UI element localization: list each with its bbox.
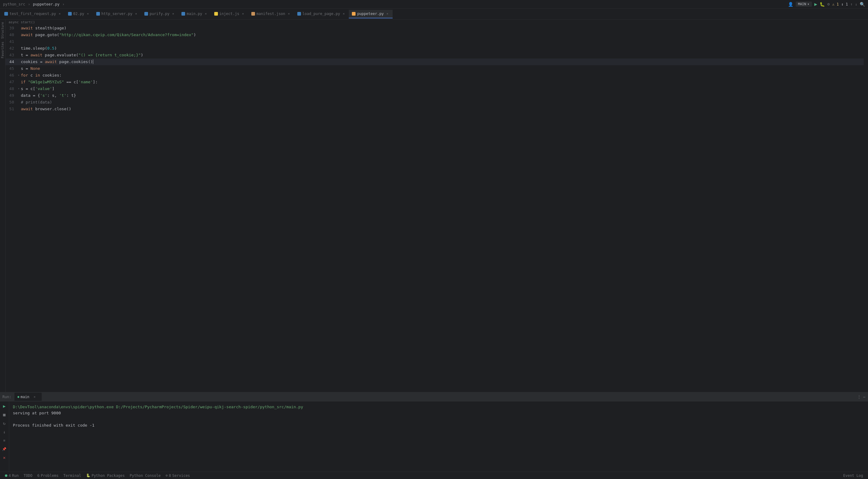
structure-label: Structure xyxy=(0,21,5,40)
line-41: 41 xyxy=(5,38,864,45)
breadcrumb-project[interactable]: python_src xyxy=(3,2,25,6)
run-tab-main[interactable]: ● main ✕ xyxy=(14,392,42,401)
tab-close-button[interactable]: ✕ xyxy=(204,12,208,16)
line-number: 43 xyxy=(5,52,17,59)
error-count[interactable]: ↕ 1 xyxy=(841,2,848,6)
editor-breadcrumb: async start() xyxy=(5,20,868,25)
run-icon: ● xyxy=(18,395,19,399)
code-text: t = await page.evaluate("() => {return t… xyxy=(21,52,864,59)
gutter-icon xyxy=(17,52,21,59)
gutter-icon xyxy=(17,45,21,52)
close-run-button[interactable]: ✕ xyxy=(0,453,8,461)
debug-icon[interactable]: 🐛 xyxy=(819,2,825,7)
python-file-icon xyxy=(352,12,355,15)
gutter-icon xyxy=(17,99,21,106)
tab-purify[interactable]: purify.py ✕ xyxy=(141,10,178,19)
run-button[interactable]: ▶ xyxy=(0,402,8,410)
tab-http-server[interactable]: http_server.py ✕ xyxy=(93,10,141,19)
arrow-down-icon[interactable]: ↓ xyxy=(855,2,857,6)
code-text: s = None xyxy=(21,65,864,72)
gutter-icon xyxy=(17,79,21,85)
code-text: await browser.close() xyxy=(21,106,864,112)
run-output-exit: Process finished with exit code -1 xyxy=(13,422,864,429)
status-todo[interactable]: TODO xyxy=(21,472,35,479)
tab-manifest-json[interactable]: manifest.json ✕ xyxy=(248,10,294,19)
tab-close-button[interactable]: ✕ xyxy=(241,12,245,16)
tab-close-button[interactable]: ✕ xyxy=(86,12,90,16)
settings-icon[interactable]: ⚙ xyxy=(827,2,830,6)
tab-load-pure-page[interactable]: load_pure_page.py ✕ xyxy=(294,10,349,19)
pin-button[interactable]: 📌 xyxy=(0,445,8,453)
rerun-button[interactable]: ↻ xyxy=(0,419,8,427)
tab-close-button[interactable]: ✕ xyxy=(171,12,175,16)
line-51: 51 await browser.close() xyxy=(5,106,864,112)
status-terminal[interactable]: Terminal xyxy=(61,472,84,479)
run-more-icon[interactable]: ⋮ xyxy=(857,395,861,399)
soft-wrap-button[interactable]: ≡ xyxy=(0,437,8,444)
gutter-icon[interactable]: • xyxy=(17,72,21,79)
run-output-blank xyxy=(13,416,864,422)
tab-label: load_pure_page.py xyxy=(303,12,340,16)
favorites-label: Favorites xyxy=(0,40,5,60)
status-python-packages[interactable]: 🐍 Python Packages xyxy=(84,472,127,479)
python-file-icon xyxy=(4,12,8,15)
run-serving-text: serving at port 9000 xyxy=(13,411,61,415)
tab-close-button[interactable]: ✕ xyxy=(385,12,390,16)
gutter-icon xyxy=(17,106,21,112)
title-actions: 👤 MAIN ▾ ▶ 🐛 ⚙ ⚠ 1 ↕ 1 ↑ ↓ 🔍 xyxy=(788,1,865,7)
tab-main[interactable]: main.py ✕ xyxy=(178,10,211,19)
run-status-label: Run xyxy=(12,474,19,478)
breadcrumb-file[interactable]: puppeteer.py xyxy=(33,2,59,6)
gutter-icon[interactable]: • xyxy=(17,85,21,92)
play-icon[interactable]: ▶ xyxy=(814,1,817,7)
tab-test-first-request[interactable]: test_first_request.py ✕ xyxy=(1,10,65,19)
line-47: 47 if "GW1ge1wM5YZuS" == c['name']: xyxy=(5,79,864,85)
code-text xyxy=(21,38,864,45)
status-services[interactable]: ⚙ 8 Services xyxy=(163,472,192,479)
json-file-icon xyxy=(251,12,255,15)
tab-close-button[interactable]: ✕ xyxy=(58,12,62,16)
run-output-path: D:\DevTool\anaconda\envs\spider\python.e… xyxy=(13,404,864,410)
run-minimize-icon[interactable]: − xyxy=(863,395,866,399)
services-icon: ⚙ xyxy=(165,474,168,477)
code-text: for c in cookies: xyxy=(21,72,864,79)
tab-close-button[interactable]: ✕ xyxy=(341,12,346,16)
tab-label: test_first_request.py xyxy=(9,12,56,16)
tab-inject-js[interactable]: inject.js ✕ xyxy=(211,10,248,19)
search-icon[interactable]: 🔍 xyxy=(860,2,865,7)
status-problems[interactable]: 6 Problems xyxy=(35,472,61,479)
line-number: 51 xyxy=(5,106,17,112)
scroll-to-end-button[interactable]: ↓ xyxy=(0,428,8,436)
code-text: data = {'s': s, 't': t} xyxy=(21,92,864,99)
user-icon[interactable]: 👤 xyxy=(788,2,793,7)
problems-number: 6 xyxy=(37,474,39,478)
run-number: 4 xyxy=(8,474,11,478)
stop-button[interactable]: ■ xyxy=(0,411,8,419)
todo-label: TODO xyxy=(24,474,32,478)
line-number: 47 xyxy=(5,79,17,85)
line-number: 41 xyxy=(5,38,17,45)
run-exit-text: Process finished with exit code -1 xyxy=(13,423,94,427)
tab-label: purify.py xyxy=(150,12,169,16)
line-50: 50 # print(data) xyxy=(5,99,864,106)
services-number: 8 xyxy=(169,474,171,478)
tab-close-button[interactable]: ✕ xyxy=(134,12,138,16)
python-packages-label: Python Packages xyxy=(92,474,125,478)
branch-selector[interactable]: MAIN ▾ xyxy=(796,2,812,7)
status-python-console[interactable]: Python Console xyxy=(127,472,163,479)
status-run[interactable]: 4 Run xyxy=(2,472,21,479)
services-label: Services xyxy=(172,474,190,478)
code-text: # print(data) xyxy=(21,99,864,106)
status-event-log[interactable]: Event Log xyxy=(841,472,866,479)
warning-count[interactable]: ⚠ 1 xyxy=(832,2,839,6)
code-editor[interactable]: 39 await stealth(page) 40 await page.got… xyxy=(5,25,868,392)
python-console-label: Python Console xyxy=(130,474,161,478)
run-tab-close[interactable]: ✕ xyxy=(31,394,39,400)
arrow-up-icon[interactable]: ↑ xyxy=(850,2,853,6)
python-file-icon xyxy=(68,12,72,15)
tab-puppeteer[interactable]: puppeteer.py ✕ xyxy=(349,10,393,19)
function-breadcrumb: async start() xyxy=(8,20,35,24)
tab-02py[interactable]: 02.py ✕ xyxy=(65,10,93,19)
line-39: 39 await stealth(page) xyxy=(5,25,864,32)
tab-close-button[interactable]: ✕ xyxy=(287,12,291,16)
